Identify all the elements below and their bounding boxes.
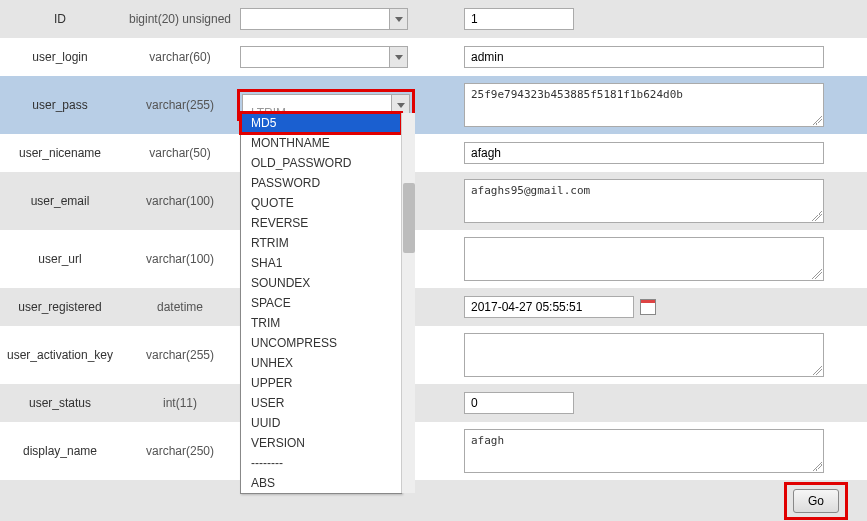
value-cell: [456, 231, 867, 287]
dropdown-option[interactable]: VERSION: [241, 433, 401, 453]
field-row-user_email: user_emailvarchar(100)afaghs95@gmail.com: [0, 172, 867, 230]
dropdown-option[interactable]: UNCOMPRESS: [241, 333, 401, 353]
column-type-label: datetime: [120, 300, 240, 314]
calendar-icon[interactable]: [640, 299, 656, 315]
function-select[interactable]: [240, 46, 408, 68]
dropdown-option[interactable]: PASSWORD: [241, 173, 401, 193]
resize-handle-icon[interactable]: [812, 365, 822, 375]
dropdown-option[interactable]: ABS: [241, 473, 401, 493]
function-cell: [240, 40, 420, 74]
column-type-label: varchar(100): [120, 252, 240, 266]
resize-handle-icon[interactable]: [812, 269, 822, 279]
dropdown-option[interactable]: UPPER: [241, 373, 401, 393]
value-input[interactable]: [464, 296, 634, 318]
value-cell: [456, 2, 867, 36]
column-name-label: user_registered: [0, 300, 120, 314]
column-type-label: varchar(250): [120, 444, 240, 458]
dropdown-option[interactable]: UUID: [241, 413, 401, 433]
value-textarea[interactable]: [464, 333, 824, 377]
column-name-label: user_nicename: [0, 146, 120, 160]
dropdown-option[interactable]: TRIM: [241, 313, 401, 333]
column-name-label: user_pass: [0, 98, 120, 112]
value-input[interactable]: [464, 142, 824, 164]
field-row-user_status: user_statusint(11): [0, 384, 867, 422]
function-dropdown-list[interactable]: LTRIMMD5MONTHNAMEOLD_PASSWORDPASSWORDQUO…: [240, 112, 402, 494]
dropdown-option[interactable]: REVERSE: [241, 213, 401, 233]
dropdown-option[interactable]: MONTHNAME: [241, 133, 401, 153]
go-button[interactable]: Go: [793, 489, 839, 513]
value-cell: [456, 40, 867, 74]
dropdown-option[interactable]: OLD_PASSWORD: [241, 153, 401, 173]
dropdown-scrollbar[interactable]: [401, 113, 415, 493]
value-cell: 25f9e794323b453885f5181f1b624d0b: [456, 77, 867, 133]
dropdown-option[interactable]: MD5: [241, 113, 401, 133]
value-input[interactable]: [464, 8, 574, 30]
column-type-label: varchar(60): [120, 50, 240, 64]
resize-handle-icon[interactable]: [812, 115, 822, 125]
value-cell: [456, 327, 867, 383]
footer-bar: Go: [0, 480, 867, 521]
field-row-user_nicename: user_nicenamevarchar(50): [0, 134, 867, 172]
resize-handle-icon[interactable]: [812, 211, 822, 221]
column-type-label: bigint(20) unsigned: [120, 12, 240, 26]
chevron-down-icon[interactable]: [389, 47, 407, 67]
value-textarea[interactable]: afagh: [464, 429, 824, 473]
column-type-label: varchar(255): [120, 98, 240, 112]
field-row-user_login: user_loginvarchar(60): [0, 38, 867, 76]
field-row-ID: IDbigint(20) unsigned: [0, 0, 867, 38]
column-name-label: user_login: [0, 50, 120, 64]
column-type-label: varchar(255): [120, 348, 240, 362]
dropdown-option[interactable]: LTRIM: [241, 103, 401, 113]
dropdown-option[interactable]: USER: [241, 393, 401, 413]
column-type-label: varchar(100): [120, 194, 240, 208]
column-name-label: user_activation_key: [0, 348, 120, 362]
dropdown-scroll-thumb[interactable]: [403, 183, 415, 253]
column-name-label: ID: [0, 12, 120, 26]
dropdown-option[interactable]: SOUNDEX: [241, 273, 401, 293]
value-cell: [456, 290, 867, 324]
field-row-user_pass: user_passvarchar(255)25f9e794323b453885f…: [0, 76, 867, 134]
value-cell: afaghs95@gmail.com: [456, 173, 867, 229]
field-row-display_name: display_namevarchar(250)afagh: [0, 422, 867, 480]
column-type-label: varchar(50): [120, 146, 240, 160]
column-name-label: display_name: [0, 444, 120, 458]
field-row-user_url: user_urlvarchar(100): [0, 230, 867, 288]
column-type-label: int(11): [120, 396, 240, 410]
column-name-label: user_email: [0, 194, 120, 208]
value-input[interactable]: [464, 46, 824, 68]
column-name-label: user_status: [0, 396, 120, 410]
function-select[interactable]: [240, 8, 408, 30]
value-cell: [456, 136, 867, 170]
value-textarea[interactable]: afaghs95@gmail.com: [464, 179, 824, 223]
value-textarea[interactable]: 25f9e794323b453885f5181f1b624d0b: [464, 83, 824, 127]
dropdown-option[interactable]: QUOTE: [241, 193, 401, 213]
value-cell: afagh: [456, 423, 867, 479]
function-cell: [240, 2, 420, 36]
dropdown-option[interactable]: UNHEX: [241, 353, 401, 373]
dropdown-option[interactable]: SHA1: [241, 253, 401, 273]
chevron-down-icon[interactable]: [389, 9, 407, 29]
value-textarea[interactable]: [464, 237, 824, 281]
value-cell: [456, 386, 867, 420]
dropdown-option[interactable]: RTRIM: [241, 233, 401, 253]
dropdown-option[interactable]: SPACE: [241, 293, 401, 313]
column-name-label: user_url: [0, 252, 120, 266]
field-row-user_registered: user_registereddatetime: [0, 288, 867, 326]
dropdown-option[interactable]: --------: [241, 453, 401, 473]
field-row-user_activation_key: user_activation_keyvarchar(255): [0, 326, 867, 384]
value-input[interactable]: [464, 392, 574, 414]
resize-handle-icon[interactable]: [812, 461, 822, 471]
